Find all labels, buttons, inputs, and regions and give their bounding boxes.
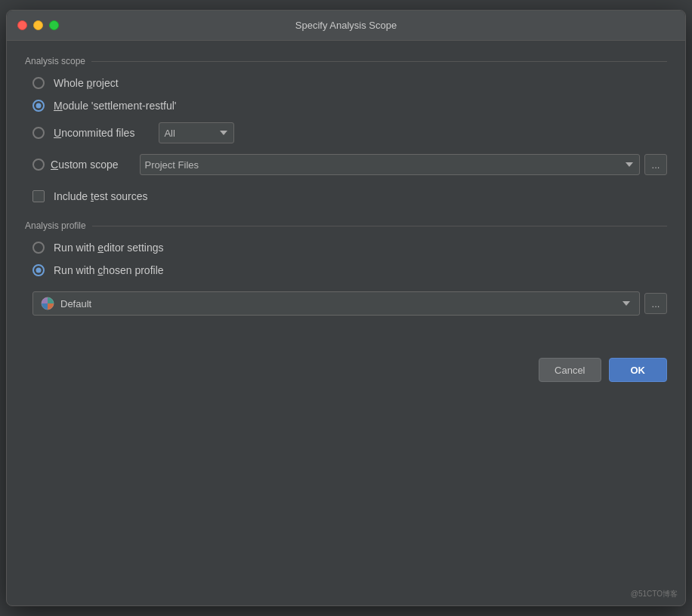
profile-dropdown-value: Default xyxy=(60,298,615,310)
window-controls xyxy=(17,20,59,30)
maximize-button[interactable] xyxy=(49,20,59,30)
chosen-profile-label: Run with chosen profile xyxy=(54,264,164,276)
whole-project-label: Whole project xyxy=(54,77,119,89)
custom-scope-chevron-icon xyxy=(624,159,635,170)
profile-chevron-icon xyxy=(621,298,632,309)
custom-scope-label: Custom scope xyxy=(51,159,119,171)
module-row: Module 'settlement-restful' xyxy=(32,100,667,112)
uncommitted-dropdown[interactable]: All xyxy=(159,122,234,143)
pie-chart-icon xyxy=(41,297,54,310)
dialog: Specify Analysis Scope Analysis scope Wh… xyxy=(6,10,686,606)
module-label: Module 'settlement-restful' xyxy=(54,100,177,112)
module-radio[interactable] xyxy=(32,100,45,112)
dialog-body: Analysis scope Whole project Module 'set… xyxy=(7,41,685,331)
title-bar: Specify Analysis Scope xyxy=(7,11,685,41)
cancel-button[interactable]: Cancel xyxy=(539,358,601,382)
uncommitted-dropdown-value: All xyxy=(164,128,214,139)
minimize-button[interactable] xyxy=(33,20,43,30)
custom-scope-more-button[interactable]: ... xyxy=(644,154,667,175)
analysis-scope-radio-group: Whole project Module 'settlement-restful… xyxy=(32,77,667,175)
custom-scope-dropdown-value: Project Files xyxy=(145,159,620,171)
dialog-title: Specify Analysis Scope xyxy=(295,20,397,31)
analysis-profile-radio-group: Run with editor settings Run with chosen… xyxy=(32,242,667,276)
chosen-profile-row: Run with chosen profile xyxy=(32,264,667,276)
editor-settings-label: Run with editor settings xyxy=(54,242,164,254)
analysis-profile-section-label: Analysis profile xyxy=(25,220,667,231)
custom-scope-radio[interactable] xyxy=(32,159,45,171)
custom-scope-row: Custom scope Project Files ... xyxy=(32,154,667,175)
uncommitted-row: Uncommited files All xyxy=(32,122,667,143)
whole-project-radio[interactable] xyxy=(32,77,45,89)
watermark: @51CTO博客 xyxy=(631,589,678,599)
uncommitted-dropdown-container: All xyxy=(159,122,234,143)
profile-dropdown-row: Default ... xyxy=(32,291,667,316)
whole-project-row: Whole project xyxy=(32,77,667,89)
chosen-profile-radio[interactable] xyxy=(32,264,45,276)
dialog-footer: Cancel OK xyxy=(7,346,685,397)
editor-settings-row: Run with editor settings xyxy=(32,242,667,254)
uncommitted-chevron-icon xyxy=(218,128,229,138)
custom-scope-dropdown-container: Project Files ... xyxy=(140,154,668,175)
close-button[interactable] xyxy=(17,20,27,30)
profile-dropdown[interactable]: Default xyxy=(32,291,640,316)
analysis-scope-section-label: Analysis scope xyxy=(25,56,667,66)
include-test-sources-checkbox[interactable] xyxy=(32,190,45,202)
uncommitted-label: Uncommited files xyxy=(54,127,134,139)
include-test-sources-row: Include test sources xyxy=(32,190,667,202)
ok-button[interactable]: OK xyxy=(609,358,668,382)
custom-scope-dropdown[interactable]: Project Files xyxy=(140,154,641,175)
uncommitted-radio[interactable] xyxy=(32,127,45,139)
editor-settings-radio[interactable] xyxy=(32,242,45,254)
profile-more-button[interactable]: ... xyxy=(644,293,667,314)
include-test-sources-label: Include test sources xyxy=(54,190,148,202)
